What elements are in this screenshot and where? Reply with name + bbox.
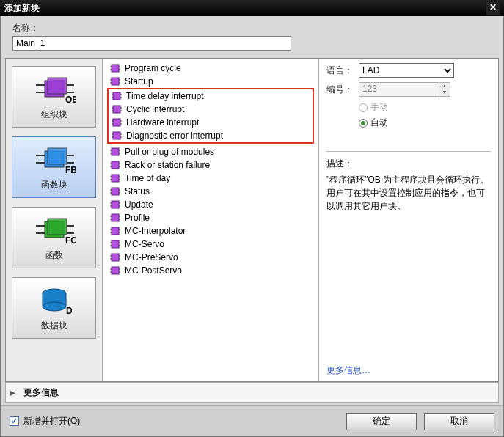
language-label: 语言 (326, 65, 359, 77)
radio-manual-icon (359, 103, 368, 112)
list-item[interactable]: Status (103, 185, 318, 198)
ob-block-icon (110, 187, 120, 196)
list-item-label: Startup (125, 76, 153, 87)
svg-rect-60 (112, 161, 119, 169)
more-info-bar[interactable]: ▸ 更多信息 (5, 382, 499, 403)
svg-point-23 (43, 302, 66, 311)
name-label: 名称： (12, 22, 492, 34)
list-item-label: MC-Servo (125, 239, 164, 249)
name-input[interactable] (12, 36, 291, 51)
svg-text:FB: FB (65, 165, 76, 175)
list-item[interactable]: Cyclic interrupt (109, 103, 313, 116)
sidebar-item-fb[interactable]: FB函数块 (12, 136, 96, 198)
ob-block-icon (112, 131, 122, 140)
expand-icon[interactable]: ▸ (10, 386, 19, 398)
window-title: 添加新块 (4, 2, 40, 15)
sidebar-item-db[interactable]: DB数据块 (12, 277, 96, 339)
checkbox-open-new[interactable]: ✓ (10, 416, 19, 426)
ob-block-icon (110, 227, 120, 235)
svg-rect-8 (48, 148, 67, 164)
open-new-label: 新增并打开(O) (23, 415, 80, 427)
list-item-label: Update (125, 199, 153, 210)
cancel-button[interactable]: 取消 (424, 413, 494, 430)
number-label: 编号 (326, 84, 359, 96)
close-icon[interactable]: ✕ (486, 1, 500, 15)
svg-rect-45 (113, 119, 120, 126)
footer: ✓ 新增并打开(O) 确定 取消 (1, 405, 503, 436)
name-section: 名称： (1, 16, 503, 54)
sidebar-item-label: 函数 (45, 249, 63, 262)
svg-rect-75 (112, 201, 119, 208)
list-item-label: Time delay interrupt (126, 91, 204, 101)
sidebar-item-fc[interactable]: FC函数 (12, 207, 96, 268)
block-type-sidebar: OB组织块FB函数块FC函数DB数据块 (6, 59, 103, 381)
list-item[interactable]: Rack or station failure (103, 158, 318, 172)
ok-button[interactable]: 确定 (346, 413, 417, 430)
list-item[interactable]: MC-PostServo (103, 264, 318, 277)
sidebar-item-label: 函数块 (41, 179, 67, 191)
list-item[interactable]: Program cycle (103, 62, 318, 75)
svg-rect-1 (48, 78, 67, 94)
svg-rect-100 (112, 267, 119, 274)
list-item[interactable]: MC-PreServo (103, 251, 318, 264)
list-item[interactable]: Update (103, 198, 318, 211)
ob-block-icon (110, 253, 120, 262)
svg-text:DB: DB (66, 306, 72, 315)
ob-block-icon (110, 77, 120, 86)
list-item-label: MC-PreServo (125, 252, 178, 262)
language-row: 语言 LAD (326, 63, 491, 78)
list-item[interactable]: Profile (103, 211, 318, 224)
svg-rect-95 (112, 254, 119, 261)
language-select[interactable]: LAD (359, 63, 454, 78)
list-item[interactable]: MC-Interpolator (103, 224, 318, 238)
svg-rect-65 (112, 175, 119, 182)
manual-label: 手动 (370, 101, 388, 114)
properties-panel: 语言 LAD 编号 123 ▲▼ 手动 自动 描述： "程序循环"OB 为主程序… (319, 59, 498, 381)
fc-block-icon: FC (31, 214, 78, 246)
auto-radio-row[interactable]: 自动 (359, 117, 491, 129)
ob-block-icon (110, 200, 120, 209)
list-item-label: MC-PostServo (125, 265, 182, 276)
list-item[interactable]: Time of day (103, 172, 318, 185)
radio-auto-icon (359, 119, 368, 128)
number-field: 123 (359, 82, 439, 97)
sidebar-item-ob[interactable]: OB组织块 (12, 66, 96, 128)
title-bar: 添加新块 ✕ (0, 0, 504, 16)
svg-rect-70 (112, 188, 119, 195)
sidebar-item-label: 数据块 (41, 320, 67, 332)
ob-block-icon (110, 147, 120, 156)
svg-rect-50 (113, 132, 120, 139)
more-info-link[interactable]: 更多信息… (326, 335, 491, 377)
ob-block-icon (110, 161, 120, 169)
list-item[interactable]: Pull or plug of modules (103, 145, 318, 158)
list-item-label: Program cycle (125, 63, 181, 73)
svg-rect-15 (48, 218, 67, 235)
number-spinner: ▲▼ (439, 82, 450, 97)
more-info-label: 更多信息 (23, 386, 59, 399)
list-item[interactable]: Hardware interrupt (109, 116, 313, 129)
list-item[interactable]: Diagnostic error interrupt (109, 129, 313, 142)
list-item[interactable]: Time delay interrupt (109, 89, 313, 103)
ob-block-icon (110, 213, 120, 222)
ob-block-icon (110, 64, 120, 73)
ob-block-icon: OB (31, 73, 78, 106)
svg-rect-80 (112, 214, 119, 221)
ob-block-icon (110, 174, 120, 183)
svg-rect-85 (112, 227, 119, 235)
svg-rect-40 (113, 106, 120, 113)
main-content: OB组织块FB函数块FC函数DB数据块 Program cycleStartup… (5, 58, 499, 382)
list-item-label: MC-Interpolator (125, 226, 186, 236)
highlighted-group: Time delay interruptCyclic interruptHard… (107, 88, 314, 144)
manual-radio-row: 手动 (359, 101, 491, 114)
fb-block-icon: FB (31, 144, 78, 176)
svg-rect-35 (113, 92, 120, 100)
list-item[interactable]: Startup (103, 75, 318, 88)
list-item[interactable]: MC-Servo (103, 238, 318, 251)
db-block-icon: DB (31, 284, 78, 317)
svg-text:OB: OB (65, 95, 76, 104)
list-item-label: Pull or plug of modules (125, 147, 214, 157)
description-label: 描述： (326, 158, 491, 170)
auto-label: 自动 (370, 117, 388, 129)
svg-rect-30 (112, 78, 119, 85)
block-list: Program cycleStartupTime delay interrupt… (103, 59, 319, 381)
